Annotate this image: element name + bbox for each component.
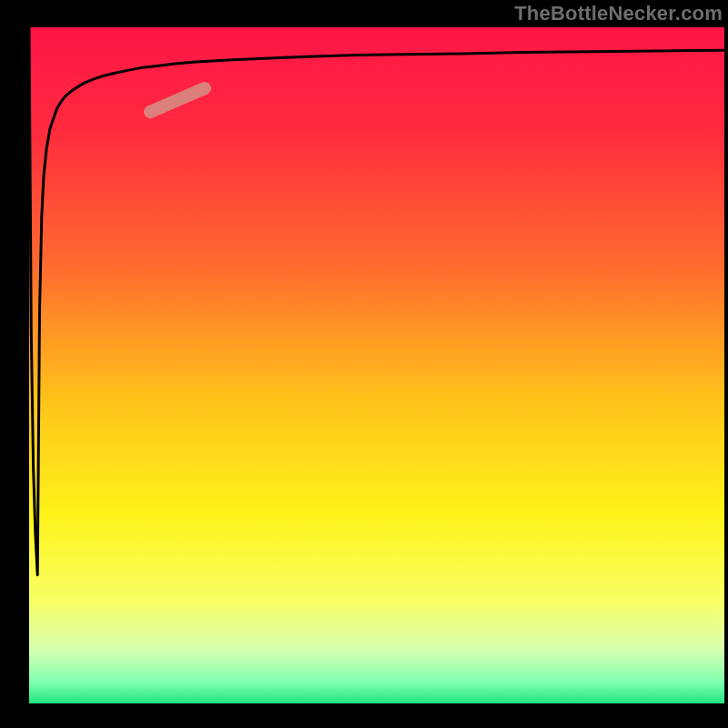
attribution-text: TheBottleNecker.com [514, 2, 723, 25]
svg-rect-1 [29, 27, 724, 703]
chart-svg [0, 0, 728, 728]
chart-frame: TheBottleNecker.com [0, 0, 728, 728]
